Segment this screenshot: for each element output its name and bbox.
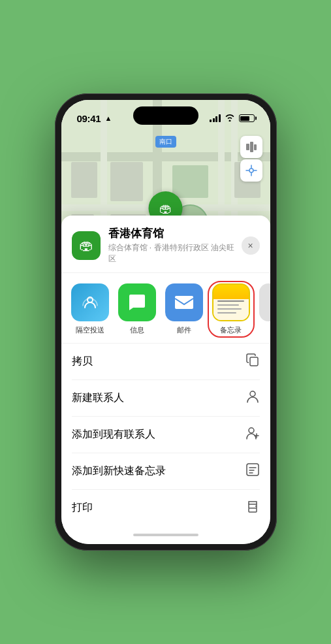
location-button[interactable] [240,159,262,182]
add-existing-label: 添加到现有联系人 [72,428,155,442]
location-arrow-icon: ▲ [104,114,112,122]
share-item-messages[interactable]: 信息 [116,283,158,335]
print-label: 打印 [72,501,93,515]
svg-rect-10 [250,357,258,366]
close-button[interactable]: × [242,236,260,255]
messages-icon [118,283,156,321]
messages-label: 信息 [130,325,144,335]
svg-rect-2 [254,144,257,150]
person-plus-icon [245,426,260,443]
quick-note-label: 添加到新快速备忘录 [72,464,166,478]
location-header: 🏟 香港体育馆 综合体育馆 · 香港特别行政区 油尖旺区 × [61,216,270,273]
wifi-icon [225,114,235,123]
svg-point-20 [255,506,257,507]
stadium-icon: 🏟 [159,201,172,216]
mail-icon [165,283,203,321]
share-row: 隔空投送 信息 [61,273,270,344]
action-new-contact[interactable]: 新建联系人 [72,380,260,417]
share-item-airdrop[interactable]: 隔空投送 [69,283,111,335]
svg-rect-0 [246,144,249,150]
action-list: 拷贝 新建联系人 [61,344,270,526]
airdrop-label: 隔空投送 [76,325,104,335]
action-add-existing-contact[interactable]: 添加到现有联系人 [72,417,260,453]
new-contact-label: 新建联系人 [72,391,124,405]
location-name: 香港体育馆 [108,226,242,241]
phone-screen: 09:41 ▲ [61,100,270,544]
map-controls [240,136,262,182]
print-icon [245,499,260,517]
action-print[interactable]: 打印 [72,490,260,526]
map-label: 南口 [155,136,176,148]
notes-label: 备忘录 [220,325,242,335]
action-quick-note[interactable]: 添加到新快速备忘录 [72,453,260,490]
mail-label: 邮件 [177,325,191,335]
battery-icon [239,114,255,122]
note-icon [245,462,260,480]
status-icons [210,114,255,123]
location-venue-icon: 🏟 [72,231,101,260]
svg-rect-1 [250,142,253,152]
signal-icon [210,114,221,122]
notes-icon [212,283,250,321]
location-subtitle: 综合体育馆 · 香港特别行政区 油尖旺区 [108,242,242,265]
svg-point-12 [249,428,254,433]
close-icon: × [247,240,253,251]
copy-icon [245,353,260,370]
svg-point-3 [249,169,253,172]
share-item-notes[interactable]: 备忘录 [210,283,252,335]
dynamic-island [133,106,198,125]
svg-point-11 [250,391,255,396]
svg-rect-9 [175,296,193,309]
status-time: 09:41 [77,113,101,124]
action-copy[interactable]: 拷贝 [72,344,260,380]
phone-frame: 09:41 ▲ [55,93,277,551]
more-share-icon [259,283,270,321]
svg-rect-19 [249,508,257,512]
map-type-button[interactable] [240,136,262,158]
home-bar [133,534,198,536]
share-item-mail[interactable]: 邮件 [163,283,205,335]
svg-point-8 [87,297,93,302]
home-indicator [61,526,270,544]
airdrop-icon [71,283,109,321]
copy-label: 拷贝 [72,355,93,368]
svg-rect-15 [247,464,259,475]
person-icon [245,389,260,407]
bottom-sheet: 🏟 香港体育馆 综合体育馆 · 香港特别行政区 油尖旺区 × [61,216,270,544]
location-info: 香港体育馆 综合体育馆 · 香港特别行政区 油尖旺区 [108,226,242,265]
share-item-more[interactable]: 推 [257,283,270,335]
